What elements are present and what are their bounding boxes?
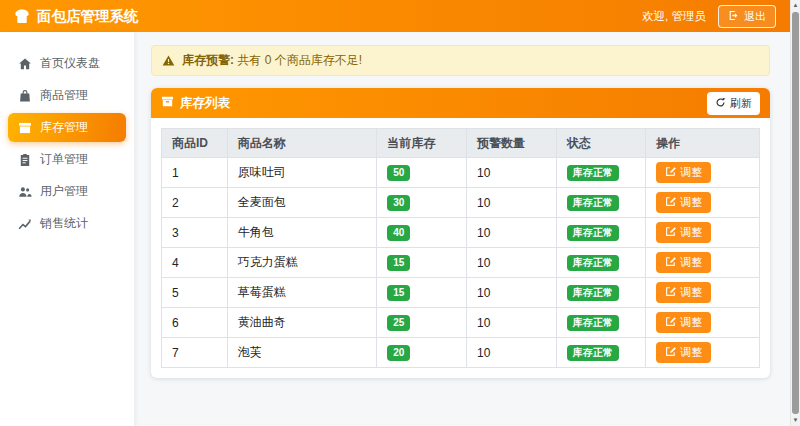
page: 面包店管理系统 欢迎, 管理员 退出 首页仪表盘商品管理库存管理订单管理用户管理… [0,0,790,426]
adjust-label: 调整 [680,225,702,240]
top-header-bar: 面包店管理系统 欢迎, 管理员 退出 [0,0,790,32]
chart-line-icon [18,217,32,231]
status-cell: 库存正常 [556,338,646,368]
app-window: 面包店管理系统 欢迎, 管理员 退出 首页仪表盘商品管理库存管理订单管理用户管理… [0,0,800,426]
status-badge: 库存正常 [567,255,619,271]
inventory-table: 商品ID商品名称当前库存预警数量状态操作 1原味吐司5010库存正常调整2全麦面… [161,128,760,368]
product-name-cell: 全麦面包 [227,188,377,218]
stock-badge: 15 [387,285,410,301]
current-stock-cell: 15 [377,278,467,308]
column-header: 操作 [646,129,760,158]
sidebar-item-label: 库存管理 [40,120,88,135]
inventory-table-body: 1原味吐司5010库存正常调整2全麦面包3010库存正常调整3牛角包4010库存… [162,158,760,368]
pencil-square-icon [665,286,676,299]
clipboard-list-icon [18,153,32,167]
logout-label: 退出 [744,9,766,24]
sidebar-item-sales[interactable]: 销售统计 [8,209,126,238]
scrollbar-down-arrow[interactable]: ▼ [793,415,799,426]
product-name-cell: 草莓蛋糕 [227,278,377,308]
adjust-button[interactable]: 调整 [656,222,711,243]
column-header: 商品ID [162,129,228,158]
stock-badge: 25 [387,315,410,331]
sidebar-item-dashboard[interactable]: 首页仪表盘 [8,49,126,78]
sidebar-item-products[interactable]: 商品管理 [8,81,126,110]
action-cell: 调整 [646,218,760,248]
product-id-cell: 6 [162,308,228,338]
welcome-text: 欢迎, 管理员 [642,9,706,24]
status-cell: 库存正常 [556,218,646,248]
product-id-cell: 2 [162,188,228,218]
adjust-button[interactable]: 调整 [656,192,711,213]
status-cell: 库存正常 [556,188,646,218]
sidebar-item-inventory[interactable]: 库存管理 [8,113,126,142]
product-id-cell: 4 [162,248,228,278]
sidebar-item-users[interactable]: 用户管理 [8,177,126,206]
box-icon [18,121,32,135]
pencil-square-icon [665,316,676,329]
status-cell: 库存正常 [556,278,646,308]
sign-out-icon [728,10,739,23]
scrollbar-up-arrow[interactable]: ▲ [793,0,799,11]
adjust-button[interactable]: 调整 [656,312,711,333]
product-name-cell: 泡芙 [227,338,377,368]
stock-badge: 30 [387,195,410,211]
current-stock-cell: 20 [377,338,467,368]
refresh-icon [715,97,726,110]
logout-button[interactable]: 退出 [718,5,776,28]
status-badge: 库存正常 [567,285,619,301]
status-badge: 库存正常 [567,345,619,361]
column-header: 商品名称 [227,129,377,158]
status-cell: 库存正常 [556,158,646,188]
adjust-label: 调整 [680,195,702,210]
inventory-card-title-group: 库存列表 [161,95,230,112]
product-id-cell: 3 [162,218,228,248]
table-header-row: 商品ID商品名称当前库存预警数量状态操作 [162,129,760,158]
alert-title: 库存预警: [182,53,234,67]
status-cell: 库存正常 [556,308,646,338]
scrollbar-thumb[interactable] [792,12,799,414]
action-cell: 调整 [646,248,760,278]
product-id-cell: 1 [162,158,228,188]
vertical-scrollbar[interactable]: ▲ ▼ [790,0,800,426]
sidebar-nav: 首页仪表盘商品管理库存管理订单管理用户管理销售统计 [0,32,135,426]
table-row: 5草莓蛋糕1510库存正常调整 [162,278,760,308]
current-stock-cell: 25 [377,308,467,338]
alert-message: 共有 0 个商品库存不足! [237,53,362,67]
product-name-cell: 原味吐司 [227,158,377,188]
adjust-label: 调整 [680,315,702,330]
shopping-bag-icon [18,89,32,103]
pencil-square-icon [665,166,676,179]
app-brand: 面包店管理系统 [14,7,139,26]
adjust-button[interactable]: 调整 [656,342,711,363]
warning-triangle-icon [162,54,175,67]
pencil-square-icon [665,226,676,239]
stock-badge: 50 [387,165,410,181]
adjust-button[interactable]: 调整 [656,282,711,303]
adjust-label: 调整 [680,285,702,300]
status-badge: 库存正常 [567,195,619,211]
threshold-cell: 10 [466,248,556,278]
threshold-cell: 10 [466,308,556,338]
box-icon [161,95,174,111]
table-row: 2全麦面包3010库存正常调整 [162,188,760,218]
sidebar-item-label: 首页仪表盘 [40,56,100,71]
bread-icon [14,8,30,24]
product-name-cell: 巧克力蛋糕 [227,248,377,278]
current-stock-cell: 30 [377,188,467,218]
adjust-button[interactable]: 调整 [656,162,711,183]
product-name-cell: 黄油曲奇 [227,308,377,338]
alert-text: 库存预警: 共有 0 个商品库存不足! [182,52,362,69]
column-header: 状态 [556,129,646,158]
threshold-cell: 10 [466,188,556,218]
current-stock-cell: 50 [377,158,467,188]
adjust-button[interactable]: 调整 [656,252,711,273]
refresh-button[interactable]: 刷新 [707,92,760,115]
status-badge: 库存正常 [567,315,619,331]
threshold-cell: 10 [466,338,556,368]
header-right: 欢迎, 管理员 退出 [642,5,776,28]
adjust-label: 调整 [680,345,702,360]
table-row: 4巧克力蛋糕1510库存正常调整 [162,248,760,278]
sidebar-item-label: 用户管理 [40,184,88,199]
table-row: 6黄油曲奇2510库存正常调整 [162,308,760,338]
sidebar-item-orders[interactable]: 订单管理 [8,145,126,174]
